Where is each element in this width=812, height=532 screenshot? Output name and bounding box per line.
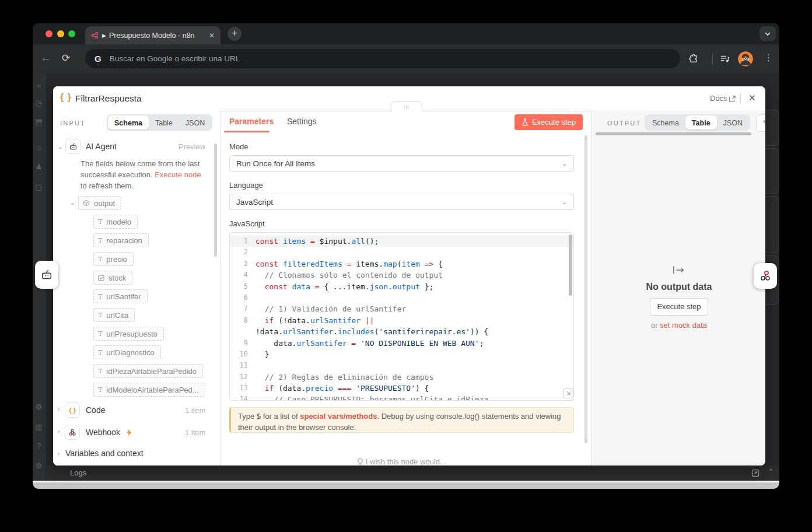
- schema-field-pill[interactable]: Tmodelo: [93, 215, 138, 229]
- schema-field-pill[interactable]: TidModeloAirtableParaPed...: [93, 383, 205, 397]
- tab-search-button[interactable]: [760, 26, 776, 41]
- text-type-icon: T: [98, 256, 102, 263]
- code-line: 10 }: [230, 349, 573, 360]
- chevron-right-icon[interactable]: ›: [58, 428, 60, 435]
- popout-icon[interactable]: [751, 469, 760, 477]
- reload-button[interactable]: ⟳: [62, 52, 70, 64]
- schema-field-pill[interactable]: Tprecio: [93, 252, 134, 266]
- external-link-icon[interactable]: [729, 95, 736, 103]
- url-bar[interactable]: G Buscar en Google o escribir una URL: [85, 49, 680, 68]
- panel-icon[interactable]: ▤: [34, 117, 44, 126]
- close-icon[interactable]: ✕: [748, 93, 756, 103]
- extensions-icon[interactable]: [688, 54, 699, 64]
- logs-bar[interactable]: Logs ⌃: [45, 466, 779, 481]
- ai-agent-label[interactable]: AI Agent: [86, 142, 117, 151]
- browser-window: ▶ Presupuesto Modelo - n8n ✕ + ← ⟳ G Bus…: [33, 23, 779, 489]
- logs-label: Logs: [70, 468, 86, 477]
- ai-agent-icon-box: [65, 139, 80, 154]
- code-line: !data.urlSantifer.includes('santiferirep…: [230, 326, 573, 337]
- language-select[interactable]: JavaScript⌄: [229, 194, 574, 210]
- field-label: urlPresupuesto: [106, 330, 157, 338]
- schema-field-pill[interactable]: TurlCita: [93, 308, 135, 322]
- code-line: 6: [230, 292, 573, 303]
- text-type-icon: T: [98, 293, 102, 300]
- panel-drag-handle[interactable]: |||: [391, 102, 422, 112]
- code-editor[interactable]: 1const items = $input.all();23const filt…: [229, 232, 574, 401]
- robot-icon: [40, 268, 53, 281]
- mode-select[interactable]: Run Once for All Items⌄: [229, 155, 574, 172]
- tab-settings[interactable]: Settings: [287, 117, 317, 126]
- insights-icon[interactable]: ▥: [34, 422, 44, 431]
- chevron-right-icon[interactable]: ›: [58, 406, 60, 412]
- output-panel-label: OUTPUT: [607, 120, 641, 127]
- tab-parameters[interactable]: Parameters: [229, 117, 274, 126]
- user-icon[interactable]: ♟: [34, 162, 44, 171]
- chevron-down-icon[interactable]: ⌄: [70, 200, 75, 206]
- code-node-icon: { }: [60, 92, 72, 103]
- history-icon[interactable]: ◷: [34, 99, 44, 107]
- tab-table[interactable]: Table: [149, 116, 179, 130]
- wish-node-link[interactable]: I wish this node would...: [229, 457, 574, 466]
- tab-table[interactable]: Table: [685, 116, 717, 130]
- editor-expand-icon[interactable]: ⇲: [564, 388, 573, 398]
- robot-icon: [69, 142, 78, 151]
- field-label: idPiezaAirtableParaPedido: [106, 367, 197, 376]
- tab-schema[interactable]: Schema: [108, 116, 149, 130]
- editor-scrollbar[interactable]: [569, 235, 572, 296]
- projects-icon[interactable]: ▢: [34, 183, 44, 191]
- collapse-logs-icon[interactable]: ⌃: [768, 468, 774, 475]
- profile-avatar[interactable]: [738, 51, 753, 66]
- back-button[interactable]: ←: [40, 51, 51, 64]
- schema-field-pill[interactable]: TurlPresupuesto: [93, 327, 164, 341]
- chat-assistant-button[interactable]: [35, 261, 58, 289]
- tab-json[interactable]: JSON: [717, 116, 749, 130]
- traffic-minimize-button[interactable]: [57, 30, 64, 37]
- schema-field-pill[interactable]: Treparacion: [93, 233, 149, 247]
- chevron-down-icon: ⌄: [562, 160, 567, 167]
- media-controls-icon[interactable]: [720, 54, 730, 64]
- parameters-scrollbar[interactable]: [584, 135, 587, 443]
- templates-icon[interactable]: ❂: [34, 402, 44, 411]
- boolean-icon: [98, 275, 104, 281]
- traffic-zoom-button[interactable]: [68, 30, 75, 37]
- docs-link[interactable]: Docs: [710, 94, 727, 103]
- execute-step-button[interactable]: Execute step: [514, 114, 583, 130]
- field-label: precio: [106, 255, 127, 264]
- input-scrollbar[interactable]: [214, 144, 217, 257]
- tab-play-icon: ▶: [102, 33, 106, 38]
- chevron-right-icon[interactable]: ›: [58, 450, 60, 457]
- special-vars-link[interactable]: special vars/methods: [300, 412, 377, 421]
- schema-field-pill[interactable]: TurlSantifer: [93, 289, 148, 303]
- set-mock-data-link[interactable]: set mock data: [660, 321, 707, 330]
- execute-node-link[interactable]: Execute node: [155, 170, 201, 179]
- help-icon[interactable]: ?: [34, 442, 44, 450]
- code-node-label[interactable]: Code: [86, 405, 105, 415]
- new-tab-button[interactable]: +: [228, 27, 242, 41]
- output-group-pill[interactable]: output: [78, 196, 121, 210]
- webhook-node-label[interactable]: Webhook: [86, 428, 120, 437]
- schema-field-pill[interactable]: stock: [93, 271, 132, 285]
- tab-close-icon[interactable]: ✕: [209, 32, 215, 40]
- tab-json[interactable]: JSON: [179, 116, 211, 130]
- tab-schema[interactable]: Schema: [646, 116, 685, 130]
- schema-field-pill[interactable]: TidPiezaAirtableParaPedido: [93, 364, 203, 378]
- n8n-page: ＋ ◷ ▤ ⌂ ♟ ▢ ❂ ▥ ? ⚙ Logs ⌃ { } FiltrarR: [33, 74, 779, 489]
- traffic-close-button[interactable]: [46, 30, 52, 37]
- schema-field-pill[interactable]: TurlDiagnostico: [93, 345, 161, 359]
- variables-section-label[interactable]: Variables and context: [65, 449, 144, 458]
- assistant-spark-icon: [758, 269, 772, 283]
- add-icon[interactable]: ＋: [34, 80, 44, 91]
- edit-output-button[interactable]: ✎: [756, 114, 765, 132]
- field-label: modelo: [106, 218, 131, 226]
- field-label: urlSantifer: [106, 292, 141, 301]
- browser-tab[interactable]: ▶ Presupuesto Modelo - n8n ✕: [85, 26, 220, 44]
- tab-title: Presupuesto Modelo - n8n: [109, 32, 205, 40]
- chevron-down-icon[interactable]: ⌄: [58, 144, 62, 150]
- home-icon[interactable]: ⌂: [34, 143, 44, 152]
- node-title[interactable]: FiltrarRespuesta: [75, 93, 142, 104]
- browser-menu-icon[interactable]: ⋮: [764, 52, 773, 63]
- ask-assistant-button[interactable]: [754, 263, 777, 289]
- output-execute-step-button[interactable]: Execute step: [650, 298, 708, 316]
- settings-gear-icon[interactable]: ⚙: [34, 461, 44, 470]
- output-hscrollbar[interactable]: [596, 132, 751, 135]
